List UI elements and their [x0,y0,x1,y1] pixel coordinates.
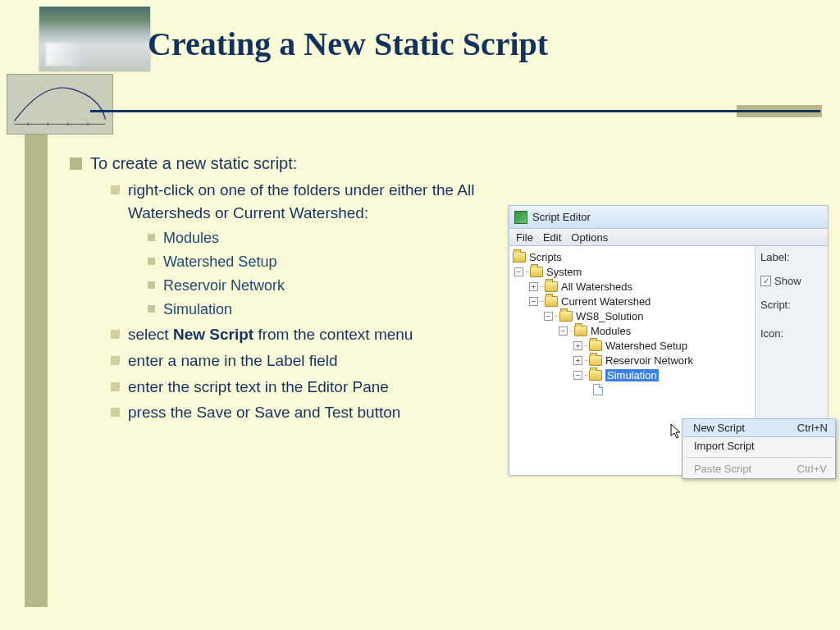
tree-node-reservoir-network[interactable]: +Reservoir Network [511,353,753,368]
tree-node-file[interactable] [511,382,753,397]
label-script: Script: [760,299,791,311]
label-label: Label: [760,251,789,263]
tree-label: Current Watershed [561,295,651,308]
tree-node-solution[interactable]: −WS8_Solution [511,308,753,323]
folder-icon [545,296,558,307]
menu-item-label: New Script [693,422,745,434]
decorative-vertical-bar [25,131,48,607]
bullet-icon [111,408,120,417]
menu-item-shortcut: Ctrl+V [797,463,827,475]
collapse-icon[interactable]: − [544,312,553,321]
expand-icon[interactable]: + [573,356,582,365]
window-title: Script Editor [532,211,591,223]
tree-node-modules[interactable]: −Modules [511,323,753,338]
tree-label: WS8_Solution [576,310,643,322]
step-enter-label: enter a name in the Label field [128,349,338,372]
menu-item-label: Import Script [694,440,755,452]
tree-node-scripts[interactable]: Scripts [511,249,753,264]
collapse-icon[interactable]: − [573,371,582,380]
folder-option: Modules [163,227,219,249]
tree-node-watershed-setup[interactable]: +Watershed Setup [511,338,753,353]
app-icon [514,211,527,224]
folder-option: Simulation [163,299,232,320]
step-rightclick: right-click on one of the folders under … [128,179,517,224]
bullet-icon [111,185,120,194]
tree-label: System [546,266,582,278]
chart-photo [7,74,113,135]
step-press-save: press the Save or Save and Test button [128,401,400,424]
tree-label: Watershed Setup [605,340,687,352]
tree-label: Reservoir Network [605,354,693,367]
dam-photo [39,7,150,71]
slide-title: Creating a New Static Script [148,25,548,63]
title-underline [90,110,820,112]
menu-separator [686,457,832,458]
folder-icon [574,326,587,336]
folder-option: Reservoir Network [163,275,285,296]
bullet-icon [148,234,155,241]
folder-option: Watershed Setup [163,251,276,272]
script-editor-window: Script Editor File Edit Options Scripts … [509,205,829,476]
bullet-icon [148,258,155,265]
context-item-import-script[interactable]: Import Script [682,436,835,455]
expand-icon[interactable]: + [573,341,582,350]
bullet-icon [111,356,120,365]
tree-node-current-watershed[interactable]: −Current Watershed [511,294,753,308]
context-menu: New Script Ctrl+N Import Script Paste Sc… [682,418,836,479]
tree-label: Scripts [529,251,562,263]
slide-content: To create a new static script: right-cli… [70,152,517,427]
folder-icon [559,311,573,322]
folder-icon [545,281,558,292]
intro-text: To create a new static script: [90,152,297,176]
tree-node-all-watersheds[interactable]: +All Watersheds [511,279,753,294]
menu-options[interactable]: Options [571,231,608,244]
folder-icon [589,340,602,351]
label-show: Show [774,275,801,287]
tree-label: Modules [591,325,631,337]
bullet-icon [148,305,155,313]
folder-icon [530,267,543,277]
decorative-photos [7,7,154,138]
menu-item-shortcut: Ctrl+N [797,422,828,434]
file-icon [593,384,603,395]
bullet-icon [111,382,120,391]
menu-bar: File Edit Options [509,228,829,246]
tree-node-system[interactable]: −System [511,264,753,279]
context-item-new-script[interactable]: New Script Ctrl+N [682,418,836,437]
folder-icon [589,370,602,381]
collapse-icon[interactable]: − [514,267,523,276]
menu-edit[interactable]: Edit [543,231,561,244]
tree-label-selected: Simulation [605,369,659,381]
menu-item-label: Paste Script [694,463,751,475]
folder-icon [513,252,526,262]
tree-pane: Scripts −System +All Watersheds −Current… [509,246,756,475]
tree-label: All Watersheds [561,281,632,293]
tree-node-simulation[interactable]: −Simulation [511,368,753,382]
bullet-icon [111,330,120,339]
collapse-icon[interactable]: − [559,326,568,336]
text-fragment: from the context menu [253,326,413,343]
label-icon: Icon: [760,327,783,340]
collapse-icon[interactable]: − [529,297,538,306]
svg-rect-0 [8,75,112,134]
bullet-icon [148,281,155,289]
window-titlebar[interactable]: Script Editor [509,205,829,228]
bullet-icon [70,158,82,170]
step-enter-script: enter the script text in the Editor Pane [128,376,389,399]
text-fragment: select [128,326,173,343]
folder-icon [589,355,602,366]
context-item-paste-script: Paste Script Ctrl+V [682,459,835,478]
expand-icon[interactable]: + [529,282,538,291]
show-checkbox[interactable]: ✓ [760,276,771,286]
text-bold: New Script [173,326,253,343]
menu-file[interactable]: File [516,231,533,244]
step-select: select New Script from the context menu [128,323,413,346]
